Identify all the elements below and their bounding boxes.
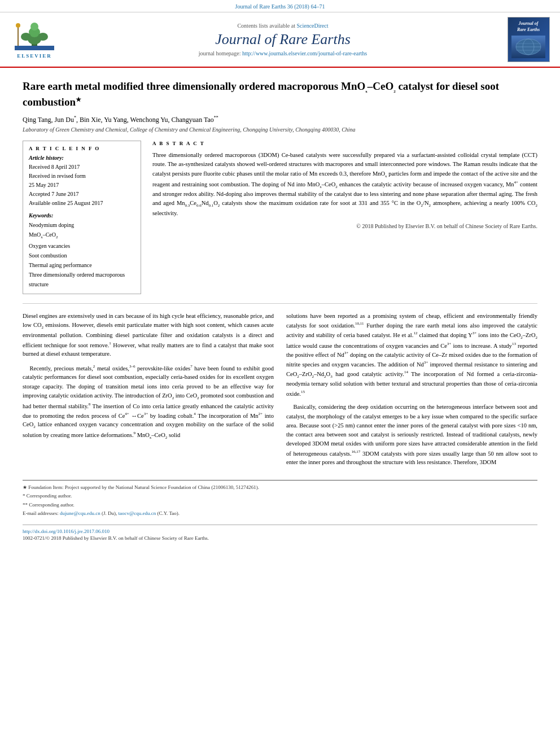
sciencedirect-line: Contents lists available at ScienceDirec… — [237, 23, 328, 29]
elsevier-tree-icon — [15, 21, 54, 52]
badge-image — [511, 36, 545, 58]
badge-globe-icon — [514, 38, 542, 56]
keyword-5: Thermal aging performance — [29, 260, 135, 270]
page-footer: http://dx.doi.org/10.1016/j.jre.2017.06.… — [23, 525, 537, 541]
abstract-heading: A B S T R A C T — [152, 141, 537, 146]
svg-point-4 — [21, 33, 31, 41]
info-abstract-section: A R T I C L E I N F O Article history: R… — [23, 141, 537, 294]
journal-header: ELSEVIER Contents lists available at Sci… — [0, 12, 560, 68]
footnote-1: ★ Foundation Item: Project supported by … — [23, 484, 537, 492]
elsevier-text: ELSEVIER — [17, 53, 52, 59]
history-online: Available online 25 August 2017 — [29, 199, 135, 208]
abstract-copyright: © 2018 Published by Elsevier B.V. on beh… — [152, 223, 537, 229]
article-content: Rare earth metal modified three dimensio… — [0, 68, 560, 552]
journal-top-bar: Journal of Rare Earths 36 (2018) 64–71 — [0, 0, 560, 12]
elsevier-logo-area: ELSEVIER — [9, 17, 60, 62]
body-para-2: Recently, precious metals,2 metal oxides… — [23, 364, 274, 441]
body-para-3: solutions have been reported as a promis… — [286, 312, 537, 398]
keyword-1: Neodymium doping — [29, 220, 135, 230]
history-received: Received 8 April 2017 — [29, 163, 135, 172]
abstract-text: Three dimensionally ordered macroporous … — [152, 151, 537, 218]
article-info-box: A R T I C L E I N F O Article history: R… — [23, 141, 141, 294]
footer-copyright: 1002-0721/© 2018 Published by Elsevier B… — [23, 535, 537, 541]
keyword-2: MnOx–CeO2 — [29, 230, 135, 241]
abstract-column: A B S T R A C T Three dimensionally orde… — [152, 141, 537, 294]
history-label: Article history: — [29, 155, 135, 161]
rare-earths-badge-area: Journal ofRare Earths — [506, 17, 551, 62]
footer-doi[interactable]: http://dx.doi.org/10.1016/j.jre.2017.06.… — [23, 528, 537, 534]
keyword-4: Soot combustion — [29, 251, 135, 260]
body-col-left: Diesel engines are extensively used in c… — [23, 312, 274, 472]
svg-point-3 — [30, 23, 38, 30]
article-info-column: A R T I C L E I N F O Article history: R… — [23, 141, 141, 294]
affiliation-line: Laboratory of Green Chemistry and Chemic… — [23, 126, 537, 133]
badge-journal-title: Journal ofRare Earths — [517, 21, 540, 33]
homepage-line: journal homepage: http://www.journals.el… — [199, 50, 367, 56]
history-revised-label: Received in revised form — [29, 172, 135, 181]
keyword-6: Three dimensionally ordered macroporous … — [29, 270, 135, 289]
sciencedirect-link[interactable]: ScienceDirect — [296, 23, 328, 29]
journal-title-display: Journal of Rare Earths — [215, 31, 351, 48]
article-info-heading: A R T I C L E I N F O — [29, 146, 135, 151]
body-text-section: Diesel engines are extensively used in c… — [23, 312, 537, 472]
elsevier-logo: ELSEVIER — [15, 21, 54, 59]
section-divider — [23, 303, 537, 304]
body-para-1: Diesel engines are extensively used in c… — [23, 312, 274, 359]
keyword-3: Oxygen vacancies — [29, 241, 135, 251]
history-accepted: Accepted 7 June 2017 — [29, 190, 135, 199]
svg-rect-6 — [18, 27, 19, 46]
keywords-section: Keywords: Neodymium doping MnOx–CeO2 Oxy… — [29, 212, 135, 289]
footnote-3: ** Corresponding author. — [23, 501, 537, 509]
svg-point-7 — [16, 23, 20, 28]
svg-point-5 — [38, 33, 48, 41]
homepage-url[interactable]: http://www.journals.elsevier.com/journal… — [242, 50, 367, 56]
keywords-label: Keywords: — [29, 212, 135, 219]
authors-line: Qing Tang, Jun Du*, Bin Xie, Yu Yang, We… — [23, 115, 537, 124]
svg-rect-8 — [15, 46, 54, 50]
footnote-area: ★ Foundation Item: Project supported by … — [23, 480, 537, 518]
journal-center-info: Contents lists available at ScienceDirec… — [65, 17, 500, 62]
rare-earths-badge: Journal ofRare Earths — [508, 17, 550, 62]
history-revised-date: 25 May 2017 — [29, 181, 135, 190]
footnote-email: E-mail addresses: dujune@cqu.edu.cn (J. … — [23, 510, 537, 518]
journal-citation: Journal of Rare Earths 36 (2018) 64–71 — [235, 3, 325, 10]
footnote-2: * Corresponding author. — [23, 492, 537, 500]
body-col-right: solutions have been reported as a promis… — [286, 312, 537, 472]
body-para-4: Basically, considering the deep oxidatio… — [286, 403, 537, 467]
article-title: Rare earth metal modified three dimensio… — [23, 79, 537, 110]
